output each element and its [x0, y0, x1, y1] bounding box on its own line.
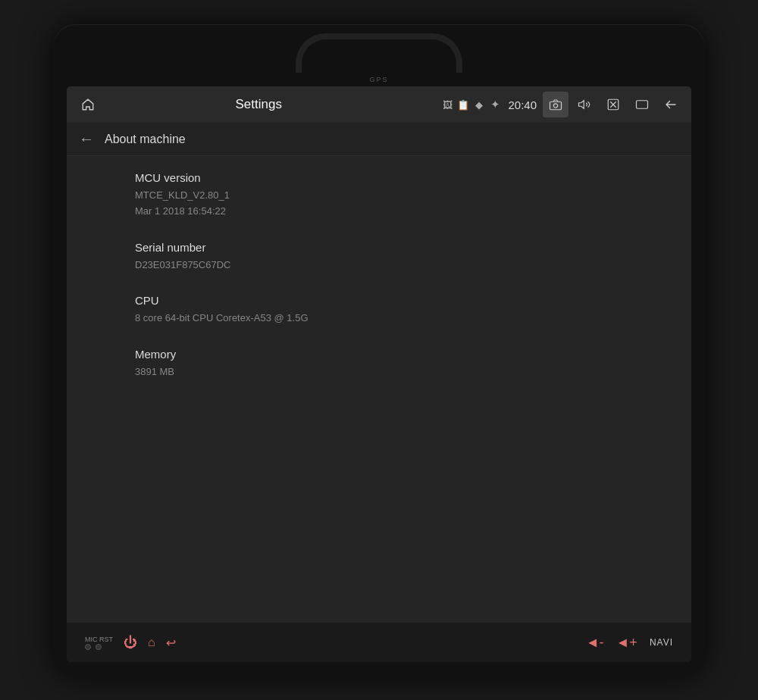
memory-value: 3891 MB [135, 364, 623, 380]
svg-rect-0 [550, 102, 562, 110]
screen-icon [635, 98, 649, 111]
gps-label: GPS [369, 76, 388, 83]
volume-icon [578, 98, 591, 111]
file-icon: 📋 [457, 99, 469, 111]
serial-section: Serial number D23E031F875C67DC [135, 241, 623, 273]
close-icon [606, 98, 620, 111]
navi-button[interactable]: NAVI [650, 637, 673, 648]
power-button[interactable]: ⏻ [124, 635, 137, 651]
vol-up-button[interactable]: ◄+ [616, 635, 637, 651]
close-button[interactable] [600, 92, 626, 117]
mcu-section: MCU version MTCE_KLD_V2.80_1 Mar 1 2018 … [135, 171, 623, 220]
about-machine-title: About machine [105, 133, 186, 146]
back-arrow-icon [664, 98, 678, 111]
dot-pair [85, 644, 113, 650]
bottom-right-controls: ◄- ◄+ NAVI [586, 635, 673, 651]
time-area: ◆ ✦ 20:40 [475, 98, 537, 111]
camera-button[interactable] [543, 92, 568, 117]
mcu-value-2: Mar 1 2018 16:54:22 [135, 204, 623, 220]
mcu-value-1: MTCE_KLD_V2.80_1 [135, 188, 623, 204]
memory-label: Memory [135, 348, 623, 361]
serial-label: Serial number [135, 241, 623, 254]
mic-dot [85, 644, 91, 650]
status-icons-left: 🖼 📋 [443, 99, 469, 111]
page-header-title: Settings [80, 97, 437, 112]
bluetooth-icon: ✦ [490, 98, 500, 111]
cpu-value: 8 core 64-bit CPU Coretex-A53 @ 1.5G [135, 311, 623, 327]
svg-rect-6 [637, 101, 648, 109]
bottom-bar: MIC RST ⏻ ⌂ ↩ ◄- ◄+ NAVI [67, 623, 691, 662]
vol-down-button[interactable]: ◄- [586, 635, 604, 651]
camera-icon [549, 98, 562, 111]
rst-dot [96, 644, 102, 650]
status-right-icons [543, 92, 684, 117]
volume-button[interactable] [572, 92, 597, 117]
svg-point-1 [553, 104, 557, 108]
mcu-label: MCU version [135, 171, 623, 184]
device-handle [296, 33, 462, 73]
content-area: MCU version MTCE_KLD_V2.80_1 Mar 1 2018 … [67, 156, 691, 623]
bottom-left-controls: MIC RST ⏻ ⌂ ↩ [85, 635, 176, 651]
gallery-icon: 🖼 [443, 99, 453, 111]
screen-button[interactable] [629, 92, 655, 117]
memory-section: Memory 3891 MB [135, 348, 623, 380]
cpu-label: CPU [135, 294, 623, 307]
svg-marker-2 [579, 101, 584, 109]
location-icon: ◆ [475, 99, 483, 111]
back-button[interactable] [658, 92, 684, 117]
sub-header: ← About machine [67, 123, 691, 156]
mic-rst-label: MIC RST [85, 635, 113, 651]
home-bottom-button[interactable]: ⌂ [148, 636, 155, 649]
back-bottom-button[interactable]: ↩ [166, 636, 176, 650]
status-bar: Settings 🖼 📋 ◆ ✦ 20:40 [67, 86, 691, 123]
device-frame: GPS Settings 🖼 📋 ◆ ✦ 20:40 [53, 24, 705, 676]
serial-value: D23E031F875C67DC [135, 258, 623, 273]
cpu-section: CPU 8 core 64-bit CPU Coretex-A53 @ 1.5G [135, 294, 623, 327]
screen: Settings 🖼 📋 ◆ ✦ 20:40 [67, 86, 691, 662]
back-nav-button[interactable]: ← [79, 130, 94, 148]
time-display: 20:40 [508, 98, 537, 111]
